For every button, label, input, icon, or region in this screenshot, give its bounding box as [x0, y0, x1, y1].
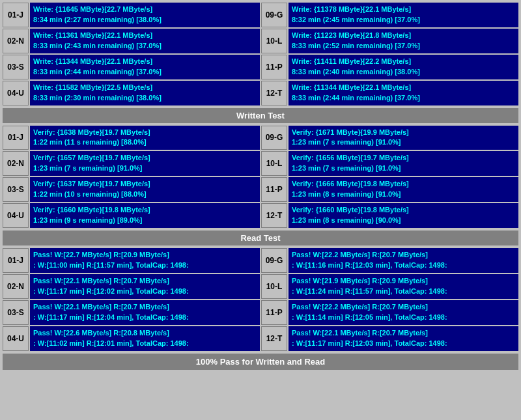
data-cell-left: Write: {11344 MByte}[22.1 MByte/s]8:33 m…: [30, 55, 260, 79]
data-cell-left: Pass! W:[22.1 MByte/s] R:[20.7 MByte/s]:…: [30, 300, 260, 325]
data-cell-right: Pass! W:[22.2 MByte/s] R:[20.7 MByte/s]:…: [289, 248, 518, 273]
row-id-right: 10-L: [261, 29, 287, 53]
table-row: 03-S Pass! W:[22.1 MByte/s] R:[20.7 MByt…: [3, 300, 518, 325]
read-section: 01-J Pass! W:[22.7 MByte/s] R:[20.9 MByt…: [3, 248, 518, 351]
row-id-right: 11-P: [261, 300, 287, 325]
write-rows: 01-J Write: {11645 MByte}[22.7 MByte/s]8…: [3, 3, 518, 105]
write-section: 01-J Write: {11645 MByte}[22.7 MByte/s]8…: [3, 3, 518, 105]
row-id-left: 03-S: [3, 300, 29, 325]
data-cell-right: Write: {11344 MByte}[22.1 MByte/s]8:33 m…: [289, 81, 518, 105]
row-id-left: 02-N: [3, 29, 29, 53]
table-row: 04-U Verify: {1660 MByte}[19.8 MByte/s]1…: [3, 203, 518, 228]
table-row: 03-S Write: {11344 MByte}[22.1 MByte/s]8…: [3, 55, 518, 79]
read-test-header: Read Test: [3, 231, 518, 245]
table-row: 01-J Write: {11645 MByte}[22.7 MByte/s]8…: [3, 3, 518, 27]
row-id-right: 12-T: [261, 81, 287, 105]
row-id-left: 02-N: [3, 274, 29, 299]
row-id-right: 11-P: [261, 55, 287, 79]
data-cell-left: Verify: {1657 MByte}[19.7 MByte/s]1:23 m…: [30, 151, 260, 176]
data-cell-right: Write: {11411 MByte}[22.2 MByte/s]8:33 m…: [289, 55, 518, 79]
row-id-right: 09-G: [261, 248, 287, 273]
row-id-right: 12-T: [261, 203, 287, 228]
data-cell-right: Write: {11223 MByte}[21.8 MByte/s]8:33 m…: [289, 29, 518, 53]
row-id-left: 01-J: [3, 126, 29, 150]
data-cell-left: Pass! W:[22.1 MByte/s] R:[20.7 MByte/s]:…: [30, 274, 260, 299]
row-id-right: 12-T: [261, 326, 287, 351]
table-row: 02-N Pass! W:[22.1 MByte/s] R:[20.7 MByt…: [3, 274, 518, 299]
row-id-right: 09-G: [261, 126, 287, 150]
row-id-right: 11-P: [261, 177, 287, 202]
data-cell-left: Verify: {1637 MByte}[19.7 MByte/s]1:22 m…: [30, 177, 260, 202]
data-cell-left: Write: {11361 MByte}[22.1 MByte/s]8:33 m…: [30, 29, 260, 53]
row-id-left: 04-U: [3, 81, 29, 105]
table-row: 03-S Verify: {1637 MByte}[19.7 MByte/s]1…: [3, 177, 518, 202]
table-row: 04-U Pass! W:[22.6 MByte/s] R:[20.8 MByt…: [3, 326, 518, 351]
data-cell-right: Verify: {1671 MByte}[19.9 MByte/s]1:23 m…: [289, 126, 518, 150]
data-cell-right: Pass! W:[22.1 MByte/s] R:[20.7 MByte/s]:…: [289, 326, 518, 351]
verify-section: 01-J Verify: {1638 MByte}[19.7 MByte/s]1…: [3, 126, 518, 229]
data-cell-left: Pass! W:[22.6 MByte/s] R:[20.8 MByte/s]:…: [30, 326, 260, 351]
table-row: 01-J Pass! W:[22.7 MByte/s] R:[20.9 MByt…: [3, 248, 518, 273]
table-row: 04-U Write: {11582 MByte}[22.5 MByte/s]8…: [3, 81, 518, 105]
verify-rows: 01-J Verify: {1638 MByte}[19.7 MByte/s]1…: [3, 126, 518, 229]
row-id-left: 04-U: [3, 203, 29, 228]
row-id-left: 04-U: [3, 326, 29, 351]
bottom-status: 100% Pass for Written and Read: [3, 354, 518, 370]
data-cell-right: Pass! W:[22.2 MByte/s] R:[20.7 MByte/s]:…: [289, 300, 518, 325]
read-rows: 01-J Pass! W:[22.7 MByte/s] R:[20.9 MByt…: [3, 248, 518, 351]
data-cell-right: Write: {11378 MByte}[22.1 MByte/s]8:32 m…: [289, 3, 518, 27]
row-id-left: 02-N: [3, 151, 29, 176]
row-id-left: 03-S: [3, 177, 29, 202]
data-cell-left: Verify: {1660 MByte}[19.8 MByte/s]1:23 m…: [30, 203, 260, 228]
data-cell-left: Pass! W:[22.7 MByte/s] R:[20.9 MByte/s]:…: [30, 248, 260, 273]
data-cell-right: Pass! W:[21.9 MByte/s] R:[20.9 MByte/s]:…: [289, 274, 518, 299]
row-id-right: 09-G: [261, 3, 287, 27]
data-cell-right: Verify: {1656 MByte}[19.7 MByte/s]1:23 m…: [289, 151, 518, 176]
data-cell-left: Verify: {1638 MByte}[19.7 MByte/s]1:22 m…: [30, 126, 260, 150]
row-id-left: 01-J: [3, 248, 29, 273]
data-cell-right: Verify: {1660 MByte}[19.8 MByte/s]1:23 m…: [289, 203, 518, 228]
table-row: 02-N Verify: {1657 MByte}[19.7 MByte/s]1…: [3, 151, 518, 176]
written-test-header: Written Test: [3, 108, 518, 123]
row-id-right: 10-L: [261, 274, 287, 299]
main-container: 01-J Write: {11645 MByte}[22.7 MByte/s]8…: [0, 0, 521, 372]
table-row: 02-N Write: {11361 MByte}[22.1 MByte/s]8…: [3, 29, 518, 53]
data-cell-left: Write: {11582 MByte}[22.5 MByte/s]8:33 m…: [30, 81, 260, 105]
row-id-left: 03-S: [3, 55, 29, 79]
table-row: 01-J Verify: {1638 MByte}[19.7 MByte/s]1…: [3, 126, 518, 150]
data-cell-left: Write: {11645 MByte}[22.7 MByte/s]8:34 m…: [30, 3, 260, 27]
data-cell-right: Verify: {1666 MByte}[19.8 MByte/s]1:23 m…: [289, 177, 518, 202]
row-id-left: 01-J: [3, 3, 29, 27]
row-id-right: 10-L: [261, 151, 287, 176]
